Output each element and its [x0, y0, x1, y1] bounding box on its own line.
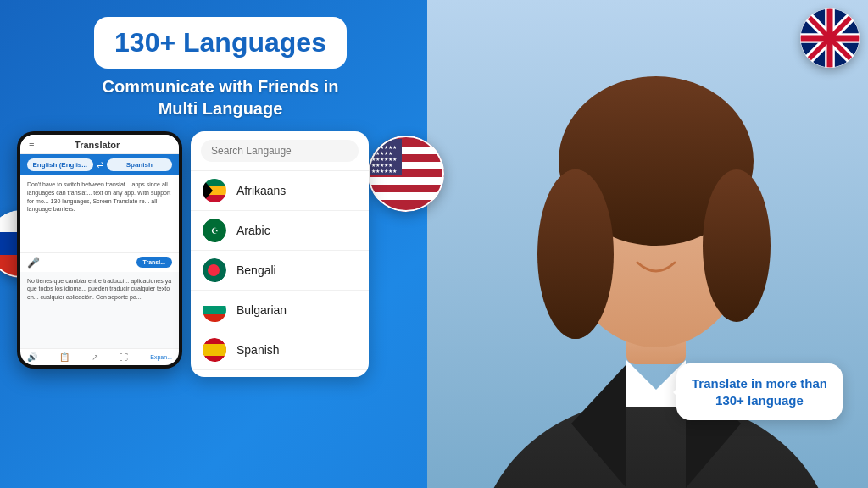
uk-flag — [800, 8, 860, 68]
svg-rect-47 — [203, 306, 226, 314]
speech-bubble-text: Translate in more than130+ language — [692, 375, 827, 408]
volume-icon[interactable]: 🔊 — [27, 352, 37, 362]
svg-rect-7 — [559, 169, 593, 339]
expand-icon[interactable]: ⛶ — [120, 352, 128, 362]
phone-bottom-bar: 🔊 📋 ↗ ⛶ Expan... — [20, 348, 179, 365]
svg-point-45 — [208, 264, 220, 276]
svg-rect-50 — [203, 344, 226, 356]
list-item[interactable]: Bulgarian — [191, 291, 369, 330]
title-box: 130+ Languages — [94, 17, 347, 69]
to-language[interactable]: Spanish — [107, 158, 173, 171]
search-input[interactable] — [201, 140, 359, 162]
hamburger-icon: ≡ — [29, 140, 34, 150]
svg-rect-48 — [203, 314, 226, 322]
search-bar — [191, 131, 369, 171]
swap-languages-icon[interactable]: ⇌ — [97, 160, 103, 169]
list-item[interactable]: ★★★★★ Chinese — [191, 370, 369, 374]
mic-area: 🎤 Transl... — [20, 252, 179, 272]
svg-point-6 — [703, 169, 771, 322]
phone-app-title: Translator — [75, 140, 120, 150]
left-content: 130+ Languages Communicate with Friends … — [0, 0, 441, 488]
list-item[interactable]: Bengali — [191, 251, 369, 291]
speech-bubble: Translate in more than130+ language — [676, 363, 843, 420]
lang-selector-bar[interactable]: English (Englis... ⇌ Spanish — [20, 154, 179, 175]
flag-bulgarian — [203, 298, 226, 322]
from-language[interactable]: English (Englis... — [27, 158, 93, 171]
phone-area: ≡ Translator English (Englis... ⇌ Spanis… — [17, 131, 424, 480]
list-item[interactable]: Afrikaans — [191, 171, 369, 211]
language-panel: Afrikaans ☪ Arabic Bengali — [191, 131, 369, 377]
language-list: Afrikaans ☪ Arabic Bengali — [191, 171, 369, 374]
translated-text-area: No tienes que cambiar entre traducci... … — [20, 272, 179, 349]
list-item[interactable]: Spanish — [191, 330, 369, 370]
phone-screen: ≡ Translator English (Englis... ⇌ Spanis… — [20, 135, 179, 365]
flag-bengali — [203, 258, 226, 282]
language-name-arabic: Arabic — [236, 224, 270, 237]
input-text: Don't have to switch between translat...… — [27, 181, 170, 212]
translated-text: No tienes que cambiar entre traducci... … — [27, 278, 171, 301]
flag-spanish — [203, 338, 226, 362]
language-name-bulgarian: Bulgarian — [236, 303, 287, 317]
list-item[interactable]: ☪ Arabic — [191, 211, 369, 251]
main-title: 130+ Languages — [114, 27, 326, 58]
svg-text:☪: ☪ — [211, 226, 219, 236]
translate-button[interactable]: Transl... — [136, 257, 172, 268]
flag-afrikaans — [203, 179, 226, 202]
share-icon[interactable]: ↗ — [92, 352, 98, 362]
expand-text[interactable]: Expan... — [150, 354, 172, 360]
copy-icon[interactable]: 📋 — [59, 352, 70, 362]
flag-arabic: ☪ — [203, 219, 226, 242]
subtitle: Communicate with Friends inMulti Languag… — [17, 75, 424, 119]
phone-header: ≡ Translator — [20, 135, 179, 154]
language-name-spanish: Spanish — [236, 343, 280, 357]
language-name-afrikaans: Afrikaans — [236, 184, 286, 197]
phone-mockup: ≡ Translator English (Englis... ⇌ Spanis… — [17, 131, 182, 369]
language-name-bengali: Bengali — [236, 263, 276, 277]
microphone-icon[interactable]: 🎤 — [27, 257, 40, 269]
input-text-area[interactable]: Don't have to switch between translat...… — [20, 175, 179, 252]
